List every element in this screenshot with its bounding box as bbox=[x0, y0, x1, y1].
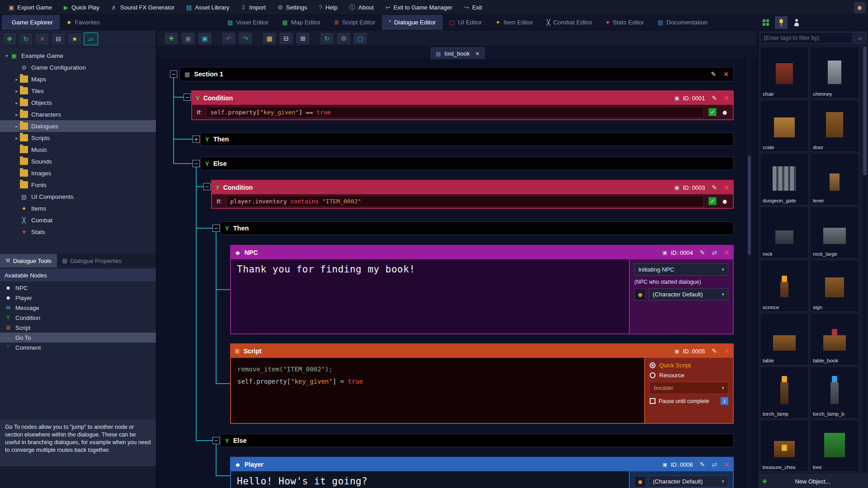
close-tab-icon[interactable]: ✕ bbox=[475, 51, 480, 57]
asset-card[interactable]: chair bbox=[760, 47, 809, 99]
dialogue-text[interactable]: Thank you for finding my book! bbox=[231, 259, 629, 333]
npc-node[interactable]: ☻ NPC ▣ ID: 0004 ✎ ⇄ ✕ Thank you for fin… bbox=[230, 245, 734, 334]
library-tab[interactable] bbox=[760, 16, 772, 29]
menu-item[interactable]: ⓘ About bbox=[344, 0, 380, 14]
collapse-toggle[interactable]: − bbox=[212, 225, 220, 232]
tree-caret-icon[interactable]: ▸ bbox=[14, 124, 20, 129]
edit-icon[interactable]: ✎ bbox=[712, 348, 717, 354]
asset-card[interactable]: treasure_ches bbox=[760, 420, 809, 472]
tree-item[interactable]: ▸ Scripts bbox=[0, 132, 156, 144]
else-bar[interactable]: Y Else bbox=[220, 434, 734, 447]
id-badge-icon[interactable]: ▣ bbox=[662, 250, 667, 255]
swap-character-icon[interactable]: ⇄ bbox=[712, 249, 717, 256]
editor-tab[interactable]: ♥ Stats Editor bbox=[599, 15, 651, 30]
menu-item[interactable]: ↪ Exit bbox=[458, 0, 488, 14]
portrait-icon[interactable]: ☻ bbox=[634, 289, 646, 300]
mascot-icon[interactable]: ☻ bbox=[854, 2, 865, 13]
explorer-toolbar-button[interactable]: ⊟ bbox=[51, 33, 66, 45]
collapse-toggle[interactable]: − bbox=[203, 183, 211, 190]
resource-radio[interactable]: Resource bbox=[650, 372, 728, 379]
menu-item[interactable]: ? Help bbox=[313, 0, 344, 14]
section-bar[interactable]: ▦ Section 1 ✎ ✕ bbox=[179, 67, 734, 81]
asset-card[interactable]: sign bbox=[810, 260, 859, 312]
condition-expression-field[interactable]: player.inventory contains "ITEM_0002" bbox=[226, 196, 704, 207]
delete-icon[interactable]: ✕ bbox=[724, 348, 729, 354]
delete-icon[interactable]: ✕ bbox=[724, 184, 729, 191]
editor-tab[interactable]: “ Dialogue Editor bbox=[382, 15, 443, 30]
editor-tab[interactable]: ≣ Script Editor bbox=[327, 15, 382, 30]
editor-tab[interactable]: ▧ Voxel Editor bbox=[221, 15, 275, 30]
editor-tab[interactable]: ✦ Item Editor bbox=[489, 15, 540, 30]
scrollbar-thumb[interactable] bbox=[748, 155, 751, 255]
asset-card[interactable]: sconce bbox=[760, 260, 809, 312]
tree-item[interactable]: ▸ Objects bbox=[0, 97, 156, 108]
tree-item[interactable]: Images bbox=[0, 167, 156, 179]
portrait-dropdown[interactable]: (Character Default) ▾ bbox=[649, 288, 728, 300]
tree-item[interactable]: Music bbox=[0, 144, 156, 155]
tree-item[interactable]: Sounds bbox=[0, 155, 156, 167]
tree-item[interactable]: ▸ Tiles bbox=[0, 85, 156, 97]
tree-item[interactable]: Fonts bbox=[0, 179, 156, 191]
portrait-icon[interactable]: ☻ bbox=[634, 476, 646, 488]
node-type-item[interactable]: ☻ Player bbox=[0, 293, 156, 303]
document-tab[interactable]: ▤ lost_book ✕ bbox=[431, 47, 485, 59]
explorer-toolbar-button[interactable]: ✚ bbox=[2, 33, 17, 45]
tools-tab[interactable]: ⚒ Dialogue Tools bbox=[0, 254, 57, 267]
info-icon[interactable]: i bbox=[721, 397, 728, 405]
edit-icon[interactable]: ✎ bbox=[712, 184, 717, 191]
node-type-item[interactable]: Y Condition bbox=[0, 313, 156, 323]
editor-toolbar-button[interactable]: ↻ bbox=[320, 32, 334, 45]
tools-tab[interactable]: ▤ Dialogue Properties bbox=[57, 254, 127, 267]
editor-tab[interactable]: ▢ UI Editor bbox=[443, 15, 489, 30]
new-object-button[interactable]: ✚ New Object... bbox=[758, 474, 868, 488]
delete-icon[interactable]: ✕ bbox=[724, 461, 729, 468]
delete-icon[interactable]: ✕ bbox=[723, 71, 729, 77]
collapse-toggle[interactable]: − bbox=[184, 94, 191, 101]
script-code[interactable]: remove_item("ITEM_0002");self.property["… bbox=[231, 358, 644, 423]
editor-tab[interactable]: ╳ Combat Editor bbox=[540, 15, 599, 30]
editor-toolbar-button[interactable]: ▢ bbox=[353, 32, 368, 45]
resource-dropdown[interactable]: boulder ▾ bbox=[650, 382, 728, 394]
tree-item[interactable]: ♥ Stats bbox=[0, 226, 156, 238]
swap-character-icon[interactable]: ⇄ bbox=[712, 461, 717, 468]
edit-icon[interactable]: ✎ bbox=[712, 95, 717, 101]
menu-item[interactable]: ⇩ Import bbox=[235, 0, 272, 14]
node-type-item[interactable]: ☻ NPC bbox=[0, 283, 156, 293]
library-scrollbar[interactable] bbox=[863, 47, 867, 472]
editor-toolbar-button[interactable]: ↷ bbox=[238, 32, 253, 45]
node-type-item[interactable]: ≣ Script bbox=[0, 323, 156, 333]
tag-filter-input[interactable] bbox=[760, 32, 853, 44]
asset-card[interactable]: rock bbox=[760, 206, 809, 258]
menu-item[interactable]: ↩ Exit to Game Manager bbox=[380, 0, 458, 14]
tree-caret-icon[interactable]: ▸ bbox=[14, 136, 20, 141]
library-tab[interactable] bbox=[790, 16, 803, 29]
else-bar[interactable]: Y Else bbox=[200, 157, 734, 170]
script-node[interactable]: ≣ Script ▣ ID: 0005 ✎ ✕ remove_item("ITE… bbox=[230, 343, 734, 424]
collapse-toggle[interactable]: − bbox=[212, 437, 220, 444]
asset-card[interactable]: torch_lamp_b bbox=[810, 366, 859, 418]
quick-script-radio[interactable]: Quick Script bbox=[650, 362, 728, 369]
asset-card[interactable]: rock_large bbox=[810, 206, 859, 258]
editor-toolbar-button[interactable]: ⊞ bbox=[296, 32, 310, 45]
context-person-icon[interactable]: ☻ bbox=[721, 197, 728, 205]
condition-node[interactable]: Y Condition ▣ ID: 0003 ✎ ✕ If: player.in… bbox=[211, 180, 734, 209]
expand-toggle[interactable]: + bbox=[193, 136, 200, 143]
tree-item[interactable]: ▸ Maps bbox=[0, 73, 156, 85]
dialogue-text[interactable]: Hello! How's it going? bbox=[231, 471, 629, 488]
speaker-dropdown[interactable]: Initiating NPC ▾ bbox=[634, 263, 728, 276]
tree-item[interactable]: ✦ Items bbox=[0, 202, 156, 214]
node-type-item[interactable]: → Go To bbox=[0, 333, 156, 343]
tree-caret-icon[interactable]: ▸ bbox=[14, 89, 20, 94]
editor-toolbar-button[interactable]: ↶ bbox=[222, 32, 236, 45]
validate-check-icon[interactable]: ✓ bbox=[708, 108, 717, 116]
id-badge-icon[interactable]: ▣ bbox=[675, 349, 679, 354]
editor-tab[interactable]: ▦ Map Editor bbox=[275, 15, 327, 30]
editor-toolbar-button[interactable]: ▦ bbox=[262, 32, 277, 45]
edit-icon[interactable]: ✎ bbox=[700, 461, 705, 468]
editor-toolbar-button[interactable]: ⊟ bbox=[279, 32, 293, 45]
editor-tab[interactable]: ▤ Documentation bbox=[651, 15, 714, 30]
asset-card[interactable]: table bbox=[760, 313, 809, 365]
editor-toolbar-button[interactable]: ⚙ bbox=[336, 32, 351, 45]
pause-checkbox-row[interactable]: Pause until complete i bbox=[650, 397, 728, 405]
panel-tab[interactable]: ★ Favorites bbox=[60, 15, 107, 30]
